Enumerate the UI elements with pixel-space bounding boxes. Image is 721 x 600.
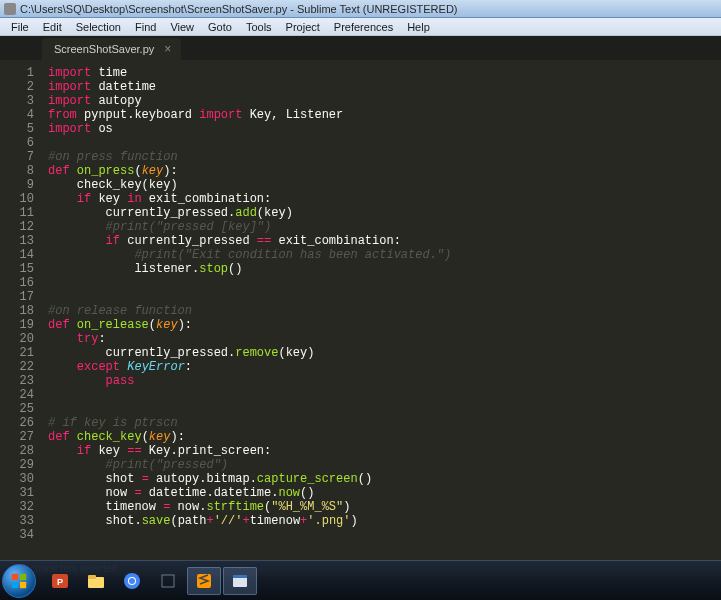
line-number: 6 [0,136,34,150]
svg-rect-1 [20,573,26,579]
svg-rect-0 [12,573,18,579]
code-line[interactable] [48,136,721,150]
code-line[interactable]: pass [48,374,721,388]
svg-point-10 [129,578,135,584]
menu-view[interactable]: View [163,20,201,34]
line-number: 29 [0,458,34,472]
line-number: 8 [0,164,34,178]
line-number: 30 [0,472,34,486]
line-number: 7 [0,150,34,164]
code-line[interactable]: if key == Key.print_screen: [48,444,721,458]
code-line[interactable]: #print("pressed [key]") [48,220,721,234]
line-number: 14 [0,248,34,262]
blank-icon [158,571,178,591]
line-number: 17 [0,290,34,304]
code-line[interactable]: import os [48,122,721,136]
dialog-icon [230,571,250,591]
menu-selection[interactable]: Selection [69,20,128,34]
chrome-icon [122,571,142,591]
editor: ScreenShotSaver.py × 1234567891011121314… [0,36,721,560]
line-number: 31 [0,486,34,500]
line-number: 13 [0,234,34,248]
line-number: 26 [0,416,34,430]
line-number: 4 [0,108,34,122]
code-line[interactable]: shot.save(path+'//'+timenow+'.png') [48,514,721,528]
code-line[interactable]: shot = autopy.bitmap.capture_screen() [48,472,721,486]
code-line[interactable]: currently_pressed.add(key) [48,206,721,220]
line-number: 24 [0,388,34,402]
code-line[interactable]: import time [48,66,721,80]
menu-preferences[interactable]: Preferences [327,20,400,34]
explorer-icon [86,571,106,591]
line-number: 32 [0,500,34,514]
code-line[interactable]: def check_key(key): [48,430,721,444]
code-line[interactable]: currently_pressed.remove(key) [48,346,721,360]
code-line[interactable]: if key in exit_combination: [48,192,721,206]
code-content[interactable]: import timeimport datetimeimport autopyf… [42,60,721,560]
code-line[interactable]: #on press function [48,150,721,164]
svg-text:P: P [57,577,63,587]
code-line[interactable]: timenow = now.strftime("%H_%M_%S") [48,500,721,514]
code-line[interactable] [48,276,721,290]
code-area[interactable]: 1234567891011121314151617181920212223242… [0,60,721,560]
svg-rect-11 [162,575,174,587]
line-number: 15 [0,262,34,276]
code-line[interactable]: def on_press(key): [48,164,721,178]
window-title: C:\Users\SQ\Desktop\Screenshot\ScreenSho… [20,3,458,15]
line-number: 5 [0,122,34,136]
code-line[interactable]: now = datetime.datetime.now() [48,486,721,500]
line-number: 28 [0,444,34,458]
code-line[interactable]: import autopy [48,94,721,108]
code-line[interactable]: #on release function [48,304,721,318]
code-line[interactable]: check_key(key) [48,178,721,192]
tab-label: ScreenShotSaver.py [54,43,154,55]
app-icon [4,3,16,15]
line-number: 22 [0,360,34,374]
code-line[interactable]: try: [48,332,721,346]
code-line[interactable] [48,388,721,402]
code-line[interactable] [48,402,721,416]
taskbar-item-explorer[interactable] [79,567,113,595]
line-number: 12 [0,220,34,234]
code-line[interactable]: from pynput.keyboard import Key, Listene… [48,108,721,122]
code-line[interactable]: #print("Exit condition has been activate… [48,248,721,262]
taskbar-item-blank[interactable] [151,567,185,595]
powerpoint-icon: P [50,571,70,591]
code-line[interactable]: except KeyError: [48,360,721,374]
window-titlebar[interactable]: C:\Users\SQ\Desktop\Screenshot\ScreenSho… [0,0,721,18]
menu-project[interactable]: Project [279,20,327,34]
taskbar: P [0,560,721,600]
taskbar-item-powerpoint[interactable]: P [43,567,77,595]
line-number: 20 [0,332,34,346]
code-line[interactable]: #print("pressed") [48,458,721,472]
line-number: 34 [0,528,34,542]
menubar: FileEditSelectionFindViewGotoToolsProjec… [0,18,721,36]
menu-help[interactable]: Help [400,20,437,34]
start-button[interactable] [2,564,36,598]
svg-rect-2 [12,581,18,587]
code-line[interactable] [48,528,721,542]
code-line[interactable] [48,290,721,304]
line-number: 10 [0,192,34,206]
menu-tools[interactable]: Tools [239,20,279,34]
code-line[interactable]: if currently_pressed == exit_combination… [48,234,721,248]
menu-find[interactable]: Find [128,20,163,34]
tab-file[interactable]: ScreenShotSaver.py × [42,38,181,60]
code-line[interactable]: listener.stop() [48,262,721,276]
menu-edit[interactable]: Edit [36,20,69,34]
code-line[interactable]: import datetime [48,80,721,94]
close-icon[interactable]: × [164,42,171,56]
line-number: 11 [0,206,34,220]
code-line[interactable]: # if key is ptrscn [48,416,721,430]
line-number: 23 [0,374,34,388]
taskbar-item-dialog[interactable] [223,567,257,595]
code-line[interactable]: def on_release(key): [48,318,721,332]
line-number: 16 [0,276,34,290]
taskbar-item-chrome[interactable] [115,567,149,595]
taskbar-item-sublime[interactable] [187,567,221,595]
menu-file[interactable]: File [4,20,36,34]
line-gutter: 1234567891011121314151617181920212223242… [0,60,42,560]
svg-rect-3 [20,581,26,587]
menu-goto[interactable]: Goto [201,20,239,34]
line-number: 9 [0,178,34,192]
